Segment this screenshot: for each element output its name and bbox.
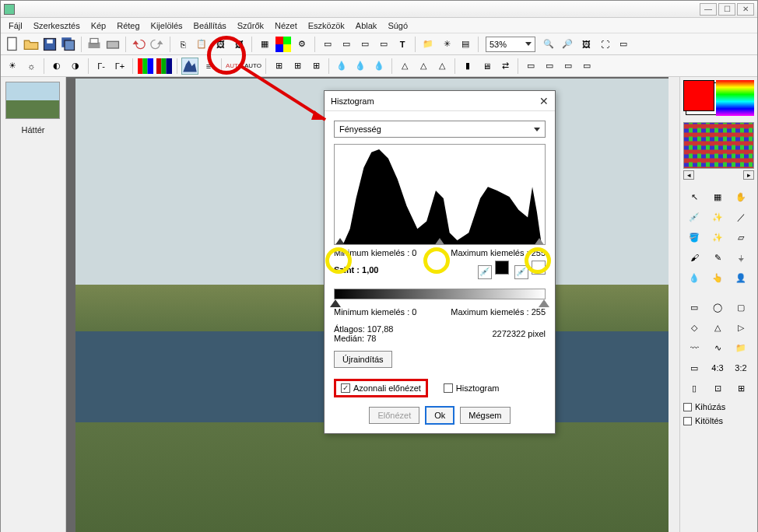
instant-preview-checkbox[interactable]: ✓ — [341, 383, 350, 393]
triangle-shape-icon[interactable]: △ — [707, 318, 728, 337]
cancel-button[interactable]: Mégsem — [460, 407, 510, 424]
undo-icon[interactable] — [130, 36, 147, 53]
eyedropper-black-button[interactable]: 💉 — [478, 265, 492, 279]
opt5-icon[interactable]: ⊡ — [707, 379, 728, 397]
hand-tool-icon[interactable]: ✋ — [730, 187, 752, 206]
eyedropper-tool-icon[interactable]: 💉 — [683, 208, 705, 226]
fx2-icon[interactable]: △ — [415, 58, 432, 75]
blur-tool-icon[interactable]: 💧 — [683, 268, 705, 287]
eraser-tool-icon[interactable]: ▱ — [730, 228, 752, 247]
histogram-chart[interactable] — [334, 144, 546, 245]
brightness-up-icon[interactable]: ☼ — [23, 58, 40, 75]
vertical-scrollbar[interactable] — [669, 77, 679, 532]
rgb-icon[interactable]: ▮ — [459, 58, 476, 75]
fit-icon[interactable]: ▭ — [615, 36, 632, 53]
misc4-icon[interactable]: ▭ — [578, 58, 595, 75]
restart-button[interactable]: Újraindítás — [334, 351, 392, 368]
line-tool-icon[interactable]: ／ — [730, 208, 752, 226]
sharpen-icon[interactable]: 💧 — [352, 58, 369, 75]
gamma-down-icon[interactable]: Γ- — [93, 58, 110, 75]
blur-icon[interactable]: 💧 — [333, 58, 350, 75]
menu-edit[interactable]: Szerkesztés — [29, 19, 85, 32]
slideshow-icon[interactable]: 🖼 — [577, 36, 595, 53]
palette-icon[interactable] — [275, 36, 292, 53]
tool1-icon[interactable]: ▭ — [319, 36, 336, 53]
new-file-icon[interactable] — [4, 36, 21, 53]
channel-select[interactable]: Fényesség — [334, 121, 546, 138]
kitoltes-checkbox[interactable] — [683, 417, 692, 425]
menu-select[interactable]: Kijelölés — [146, 19, 188, 32]
curve-shape-icon[interactable]: ∿ — [707, 338, 728, 357]
output-min-slider[interactable] — [330, 299, 341, 307]
tool2-icon[interactable]: ▭ — [338, 36, 355, 53]
output-max-slider[interactable] — [539, 299, 549, 307]
palette-right-button[interactable]: ▸ — [743, 170, 754, 180]
spray-tool-icon[interactable]: ✨ — [707, 228, 728, 247]
list-icon[interactable]: ▤ — [457, 36, 474, 53]
layer-thumbnail[interactable] — [5, 82, 60, 119]
foreground-color-swatch[interactable] — [683, 80, 714, 111]
folder-shape-icon[interactable]: 📁 — [730, 338, 752, 357]
pointer-tool-icon[interactable]: ↖ — [683, 187, 705, 206]
print-icon[interactable] — [86, 36, 103, 53]
swap-icon[interactable]: ⇄ — [497, 58, 514, 75]
explorer-icon[interactable]: 📁 — [419, 36, 437, 53]
misc2-icon[interactable]: ▭ — [541, 58, 558, 75]
brightness-down-icon[interactable]: ☀ — [4, 58, 21, 75]
smudge-tool-icon[interactable]: 👆 — [707, 268, 728, 287]
save-icon[interactable] — [41, 36, 58, 53]
spectrum-picker[interactable] — [716, 80, 754, 116]
text-icon[interactable]: T — [394, 36, 411, 53]
rgb1-icon[interactable] — [137, 58, 154, 75]
menu-file[interactable]: Fájl — [4, 19, 27, 32]
histogram-mid-slider[interactable] — [434, 238, 445, 245]
zoom-out-icon[interactable]: 🔎 — [559, 36, 576, 53]
stamp-tool-icon[interactable]: ⏚ — [730, 248, 752, 267]
menu-settings[interactable]: Beállítás — [189, 19, 231, 32]
zoom-input[interactable]: 53% — [486, 37, 535, 52]
roundrect-shape-icon[interactable]: ▢ — [730, 298, 752, 317]
gear-icon[interactable]: ✳ — [438, 36, 455, 53]
diamond-shape-icon[interactable]: ◇ — [683, 318, 705, 337]
redo-icon[interactable] — [149, 36, 166, 53]
fullscreen-icon[interactable]: ⛶ — [596, 36, 613, 53]
color-palette[interactable] — [683, 122, 754, 169]
menu-window[interactable]: Ablak — [351, 19, 382, 32]
menu-filters[interactable]: Szűrők — [233, 19, 268, 32]
fx1-icon[interactable]: △ — [396, 58, 413, 75]
select-tool-icon[interactable]: ▦ — [707, 187, 728, 206]
rect-shape-icon[interactable]: ▭ — [683, 298, 705, 317]
minimize-button[interactable]: — — [700, 3, 717, 16]
open-file-icon[interactable] — [23, 36, 40, 53]
play-shape-icon[interactable]: ▷ — [730, 318, 752, 337]
lasso-shape-icon[interactable]: 〰 — [683, 338, 705, 357]
rgb2-icon[interactable] — [156, 58, 173, 75]
save-all-icon[interactable] — [60, 36, 77, 53]
menu-image[interactable]: Kép — [86, 19, 111, 32]
layers-icon[interactable]: ▦ — [256, 36, 273, 53]
fx3-icon[interactable]: △ — [433, 58, 451, 75]
histogram-max-slider[interactable] — [534, 238, 545, 245]
scanner-icon[interactable] — [104, 36, 121, 53]
zoom-in-icon[interactable]: 🔍 — [540, 36, 557, 53]
drop-icon[interactable]: 💧 — [370, 58, 388, 75]
tool3-icon[interactable]: ▭ — [356, 36, 374, 53]
menu-help[interactable]: Súgó — [383, 19, 412, 32]
histogram-checkbox[interactable] — [444, 383, 453, 393]
opt1-icon[interactable]: ▭ — [683, 359, 705, 377]
contrast-up-icon[interactable]: ◑ — [67, 58, 84, 75]
contrast-down-icon[interactable]: ◐ — [48, 58, 65, 75]
ok-button[interactable]: Ok — [426, 407, 454, 424]
palette-left-button[interactable]: ◂ — [683, 170, 694, 180]
misc1-icon[interactable]: ▭ — [522, 58, 539, 75]
menu-view[interactable]: Nézet — [270, 19, 302, 32]
copy-icon[interactable]: ⎘ — [174, 36, 191, 53]
preferences-icon[interactable]: ⚙ — [293, 36, 311, 53]
histogram-min-slider[interactable] — [335, 238, 346, 245]
opt2-icon[interactable]: 4:3 — [707, 359, 728, 377]
brush-tool-icon[interactable]: 🖌 — [683, 248, 705, 267]
maximize-button[interactable]: ☐ — [718, 3, 735, 16]
opt4-icon[interactable]: ▯ — [683, 379, 705, 397]
tool4-icon[interactable]: ▭ — [375, 36, 392, 53]
wand-tool-icon[interactable]: ✨ — [707, 208, 728, 226]
